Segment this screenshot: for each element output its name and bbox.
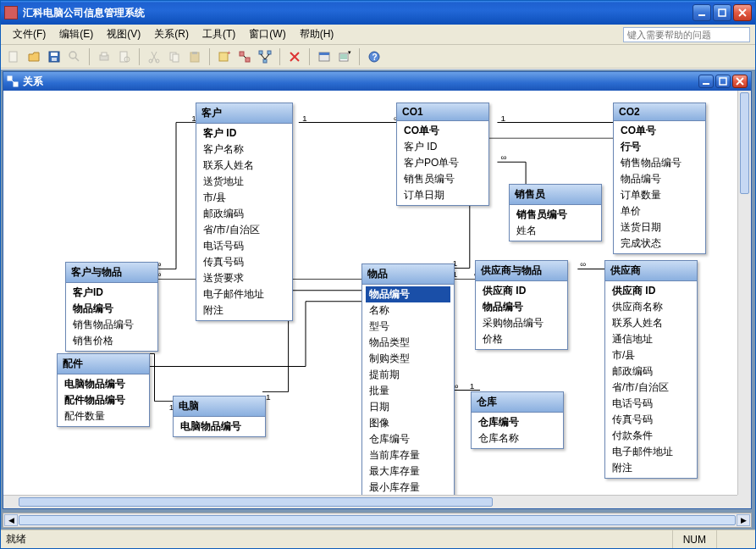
print-icon[interactable] xyxy=(95,47,113,66)
entity-header[interactable]: CO1 xyxy=(397,103,488,121)
field[interactable]: 附注 xyxy=(609,460,693,476)
field[interactable]: 名称 xyxy=(366,302,450,319)
field[interactable]: 型号 xyxy=(366,319,450,335)
minimize-button[interactable] xyxy=(693,4,711,21)
print-preview-icon[interactable] xyxy=(115,47,134,66)
scroll-left-icon[interactable]: ◀ xyxy=(4,514,18,526)
vertical-scrollbar[interactable] xyxy=(737,91,751,495)
field[interactable]: 联系人姓名 xyxy=(609,315,693,331)
menu-help[interactable]: 帮助(H) xyxy=(293,25,341,43)
field[interactable]: 图像 xyxy=(366,415,450,431)
field[interactable]: 物品编号 xyxy=(69,301,154,317)
field[interactable]: 传真号码 xyxy=(200,254,289,270)
menu-file[interactable]: 文件(F) xyxy=(6,25,52,43)
field[interactable]: 邮政编码 xyxy=(200,206,289,222)
field[interactable]: 采购物品编号 xyxy=(479,315,564,331)
show-all-icon[interactable] xyxy=(256,47,274,66)
entity-header[interactable]: 物品 xyxy=(362,264,454,285)
close-button[interactable] xyxy=(733,4,752,21)
field[interactable]: 当前库存量 xyxy=(366,447,450,463)
entity-part[interactable]: 配件 电脑物品编号 配件物品编号 配件数量 xyxy=(57,353,150,427)
child-minimize-button[interactable] xyxy=(698,75,714,88)
field[interactable]: 客户 ID xyxy=(400,139,485,155)
entity-item[interactable]: 物品 物品编号 名称 型号 物品类型 制购类型 提前期 批量 日期 图像 仓库编… xyxy=(361,263,455,498)
field[interactable]: 电子邮件地址 xyxy=(609,444,693,460)
scrollbar-thumb[interactable] xyxy=(19,497,493,507)
save-icon[interactable] xyxy=(45,47,63,66)
field[interactable]: 批量 xyxy=(366,383,450,399)
paste-icon[interactable] xyxy=(185,47,204,66)
field[interactable]: 订单数量 xyxy=(617,187,702,203)
field[interactable]: 供应商 ID xyxy=(479,283,564,299)
entity-header[interactable]: 客户 xyxy=(196,103,292,124)
child-maximize-button[interactable] xyxy=(715,75,731,88)
field[interactable]: 送货地址 xyxy=(200,174,289,190)
menu-tool[interactable]: 工具(T) xyxy=(196,25,242,43)
field[interactable]: 联系人姓名 xyxy=(200,158,289,174)
entity-supplier[interactable]: 供应商 供应商 ID 供应商名称 联系人姓名 通信地址 市/县 邮政编码 省/市… xyxy=(604,260,698,479)
field[interactable]: 付款条件 xyxy=(609,428,693,444)
field[interactable]: 客户PO单号 xyxy=(400,155,485,171)
field[interactable]: 姓名 xyxy=(513,223,598,239)
field[interactable]: 邮政编码 xyxy=(609,363,693,380)
field[interactable]: 日期 xyxy=(366,399,450,415)
entity-salesman[interactable]: 销售员 销售员编号 姓名 xyxy=(509,184,602,241)
menu-view[interactable]: 视图(V) xyxy=(100,25,147,43)
field[interactable]: 电脑物品编号 xyxy=(177,419,262,435)
field[interactable]: 电脑物品编号 xyxy=(61,376,146,392)
field[interactable]: 最小库存量 xyxy=(366,480,450,496)
entity-header[interactable]: 电脑 xyxy=(174,396,265,417)
open-icon[interactable] xyxy=(25,47,43,66)
field[interactable]: CO单号 xyxy=(617,123,702,139)
field[interactable]: 单价 xyxy=(617,203,702,219)
show-direct-icon[interactable] xyxy=(235,47,254,66)
menu-relation[interactable]: 关系(R) xyxy=(147,25,196,43)
field[interactable]: 市/县 xyxy=(200,190,289,206)
child-close-button[interactable] xyxy=(732,75,748,88)
field[interactable]: 配件物品编号 xyxy=(61,392,146,408)
field[interactable]: 销售物品编号 xyxy=(69,317,154,333)
field[interactable]: 销售员编号 xyxy=(513,207,598,223)
field[interactable]: 销售价格 xyxy=(69,333,154,349)
scrollbar-thumb[interactable] xyxy=(19,515,736,525)
copy-icon[interactable] xyxy=(165,47,184,66)
entity-header[interactable]: 供应商 xyxy=(605,261,697,281)
field[interactable]: 物品类型 xyxy=(366,335,450,351)
cut-icon[interactable] xyxy=(145,47,163,66)
field[interactable]: 物品编号 xyxy=(479,299,564,315)
new-object-icon[interactable]: ▾ xyxy=(335,47,354,66)
field[interactable]: CO单号 xyxy=(400,123,485,139)
field[interactable]: 价格 xyxy=(479,331,564,347)
scroll-right-icon[interactable]: ▶ xyxy=(737,514,750,526)
search-icon[interactable] xyxy=(65,47,84,66)
field[interactable]: 电话号码 xyxy=(609,396,693,412)
entity-header[interactable]: 仓库 xyxy=(472,392,563,413)
field[interactable]: 省/市/自治区 xyxy=(609,380,693,396)
entity-customer[interactable]: 客户 客户 ID 客户名称 联系人姓名 送货地址 市/县 邮政编码 省/市/自治… xyxy=(196,103,293,321)
field[interactable]: 仓库编号 xyxy=(475,414,560,430)
field[interactable]: 销售员编号 xyxy=(400,171,485,187)
field[interactable]: 市/县 xyxy=(609,347,693,363)
mdi-horizontal-scrollbar[interactable]: ◀ ▶ xyxy=(3,513,752,528)
relationship-canvas[interactable]: 1∞ 1∞ 1∞ ∞1 1∞ xyxy=(3,91,737,495)
field[interactable]: 客户名称 xyxy=(200,141,289,158)
entity-header[interactable]: 客户与物品 xyxy=(66,263,157,283)
field[interactable]: 送货日期 xyxy=(617,219,702,236)
entity-warehouse[interactable]: 仓库 仓库编号 仓库名称 xyxy=(471,391,564,449)
field[interactable]: 物品编号 xyxy=(366,286,450,302)
field[interactable]: 客户ID xyxy=(69,285,154,301)
field[interactable]: 省/市/自治区 xyxy=(200,222,289,238)
entity-header[interactable]: CO2 xyxy=(614,103,705,121)
maximize-button[interactable] xyxy=(713,4,731,21)
menu-edit[interactable]: 编辑(E) xyxy=(52,25,100,43)
entity-co1[interactable]: CO1 CO单号 客户 ID 客户PO单号 销售员编号 订单日期 xyxy=(396,103,489,206)
field[interactable]: 仓库编号 xyxy=(366,431,450,447)
field[interactable]: 仓库名称 xyxy=(475,430,560,446)
field[interactable]: 通信地址 xyxy=(609,331,693,347)
field[interactable]: 传真号码 xyxy=(609,412,693,428)
field[interactable]: 供应商名称 xyxy=(609,299,693,315)
entity-co2[interactable]: CO2 CO单号 行号 销售物品编号 物品编号 订单数量 单价 送货日期 完成状… xyxy=(613,103,706,254)
entity-supplier-item[interactable]: 供应商与物品 供应商 ID 物品编号 采购物品编号 价格 xyxy=(475,260,568,350)
scrollbar-thumb[interactable] xyxy=(740,92,749,194)
field[interactable]: 配件数量 xyxy=(61,408,146,424)
